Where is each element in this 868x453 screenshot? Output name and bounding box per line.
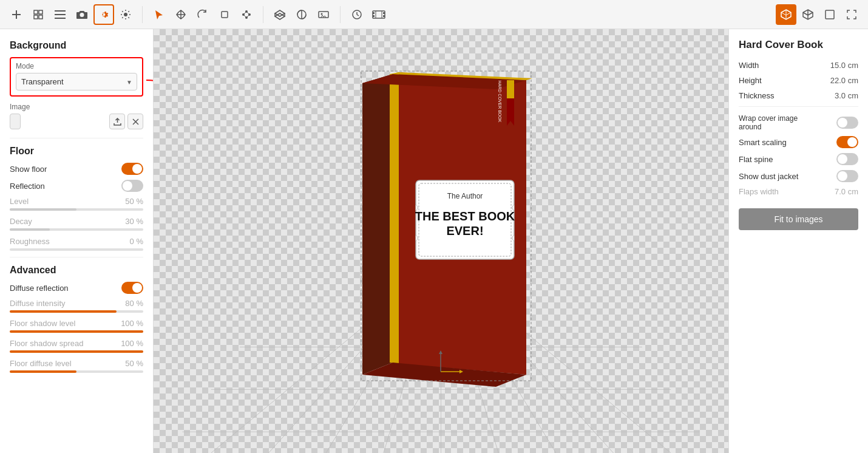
show-dust-jacket-row: Show dust jacket: [739, 170, 858, 182]
diffuse-intensity-fill: [10, 310, 117, 313]
toolbar: [0, 0, 868, 29]
diffuse-reflection-row: Diffuse reflection: [10, 282, 143, 294]
floor-diffuse-level-value: 50 %: [125, 359, 143, 368]
reflection-toggle[interactable]: [121, 180, 143, 192]
diffuse-reflection-toggle[interactable]: [121, 282, 143, 294]
floor-shadow-level-value: 100 %: [121, 319, 143, 328]
floor-shadow-spread-fill: [10, 350, 143, 353]
main-area: Background Mode Transparent Color Image …: [0, 29, 868, 453]
light-button[interactable]: [115, 4, 136, 25]
floor-shadow-level-track[interactable]: [10, 330, 143, 333]
floor-shadow-spread-label: Floor shadow spread: [10, 339, 83, 348]
select-tool[interactable]: [149, 4, 169, 25]
thickness-label: Thickness: [739, 91, 775, 100]
camera-button[interactable]: [72, 4, 92, 25]
canvas-area[interactable]: The Author THE BEST BOOK EVER! HARD COVE…: [154, 29, 728, 453]
flat-spine-toggle[interactable]: [836, 153, 858, 165]
mode-select[interactable]: Transparent Color Image: [16, 73, 137, 90]
svg-line-50: [808, 12, 813, 15]
svg-text:THE BEST BOOK: THE BEST BOOK: [415, 209, 515, 223]
reflection-row: Reflection: [10, 180, 143, 192]
move-tool[interactable]: [171, 4, 191, 25]
level-track[interactable]: [10, 208, 143, 211]
floor-shadow-level-row: Floor shadow level 100 %: [10, 319, 143, 333]
image-upload-button[interactable]: [109, 114, 125, 129]
wrap-cover-toggle[interactable]: [836, 117, 858, 129]
right-divider-1: [739, 106, 858, 107]
show-floor-row: Show floor: [10, 163, 143, 175]
svg-line-14: [122, 11, 123, 12]
svg-rect-3: [39, 10, 42, 14]
roughness-track[interactable]: [10, 248, 143, 251]
svg-line-26: [243, 15, 246, 18]
rotate-tool[interactable]: [192, 4, 213, 25]
360-view[interactable]: [291, 4, 312, 25]
flat-spine-label: Flat spine: [739, 155, 773, 164]
diffuse-intensity-row: Diffuse intensity 80 %: [10, 299, 143, 313]
right-panel: Hard Cover Book Width 15.0 cm Height 22.…: [728, 29, 868, 453]
cube-view-button[interactable]: [776, 4, 796, 25]
svg-marker-66: [362, 74, 393, 375]
svg-text:The Author: The Author: [447, 192, 483, 200]
show-floor-label: Show floor: [10, 165, 47, 174]
svg-text:HARD COVER BOOK: HARD COVER BOOK: [498, 81, 502, 123]
film-button[interactable]: [368, 4, 389, 25]
svg-rect-4: [34, 15, 38, 19]
roughness-value: 0 %: [130, 237, 143, 246]
thickness-row: Thickness 3.0 cm: [739, 91, 858, 100]
width-row: Width 15.0 cm: [739, 61, 858, 70]
settings-button[interactable]: [93, 4, 114, 25]
fullscreen-button[interactable]: [841, 4, 862, 25]
decay-label: Decay: [10, 217, 32, 226]
floor-shadow-spread-track[interactable]: [10, 350, 143, 353]
image-delete-button[interactable]: [127, 114, 143, 129]
menu-button[interactable]: [50, 4, 70, 25]
scene-button[interactable]: [313, 4, 334, 25]
floor-shadow-spread-row: Floor shadow spread 100 %: [10, 339, 143, 353]
level-value: 50 %: [125, 197, 143, 206]
flaps-width-row: Flaps width 7.0 cm: [739, 187, 858, 196]
toolbar-right-group: [776, 4, 862, 25]
clock-button[interactable]: [347, 4, 367, 25]
grid-button[interactable]: [28, 4, 49, 25]
diffuse-intensity-label: Diffuse intensity: [10, 299, 66, 308]
floor-diffuse-level-row: Floor diffuse level 50 %: [10, 359, 143, 373]
crop-tool[interactable]: [214, 4, 235, 25]
decay-row: Decay 30 %: [10, 217, 143, 231]
height-value: 22.0 cm: [830, 76, 858, 85]
flat-view-button[interactable]: [819, 4, 840, 25]
fit-to-images-button[interactable]: Fit to images: [739, 208, 858, 230]
3d-transform[interactable]: [270, 4, 290, 25]
add-button[interactable]: [6, 4, 27, 25]
reflection-label: Reflection: [10, 182, 45, 191]
svg-rect-42: [383, 15, 385, 17]
show-dust-jacket-toggle[interactable]: [836, 170, 858, 182]
wireframe-button[interactable]: [798, 4, 818, 25]
svg-point-9: [124, 13, 127, 16]
diffuse-intensity-track[interactable]: [10, 310, 143, 313]
svg-line-24: [246, 12, 249, 15]
level-label: Level: [10, 197, 29, 206]
show-floor-toggle[interactable]: [121, 163, 143, 175]
toolbar-center-group: [149, 4, 257, 25]
svg-rect-5: [39, 15, 42, 19]
image-file-select[interactable]: [10, 114, 21, 129]
roughness-label: Roughness: [10, 237, 50, 246]
smart-scaling-toggle[interactable]: [836, 136, 858, 148]
svg-marker-67: [390, 72, 399, 364]
wrap-cover-row: Wrap cover image around: [739, 114, 858, 131]
svg-rect-38: [373, 11, 385, 18]
svg-rect-7: [55, 14, 66, 15]
svg-line-25: [246, 15, 249, 18]
image-row: [10, 114, 143, 129]
svg-line-15: [128, 17, 129, 18]
toolbar-time-group: [347, 4, 389, 25]
smart-scaling-row: Smart scaling: [739, 136, 858, 148]
nodes-tool[interactable]: [236, 4, 257, 25]
svg-line-17: [122, 17, 123, 18]
level-fill: [10, 208, 76, 211]
floor-diffuse-level-track[interactable]: [10, 370, 143, 373]
svg-point-34: [321, 13, 323, 15]
decay-track[interactable]: [10, 228, 143, 231]
toolbar-3d-group: [270, 4, 334, 25]
